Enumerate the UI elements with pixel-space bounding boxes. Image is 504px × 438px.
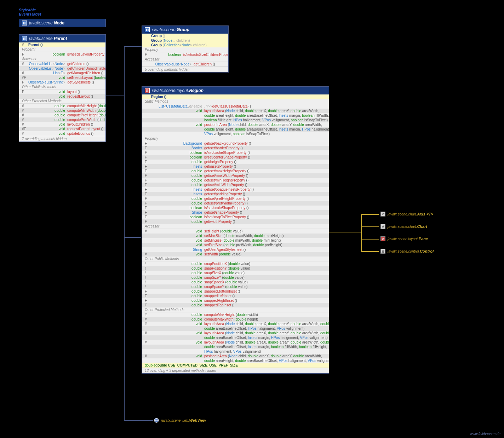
class-icon: ◧ (145, 27, 150, 32)
connector-line (329, 232, 362, 232)
method-row: ObservableList<Node>getChildren () (142, 62, 228, 67)
connector-line (124, 96, 125, 421)
class-body: Region () Static Methods List<CssMetaDat… (142, 94, 329, 373)
class-header: ◧ javafx.scene.Node (19, 19, 105, 27)
method-row: Fdoubleget/set/maxHeightProperty () (142, 169, 329, 173)
connector-line (106, 96, 124, 96)
class-name: Parent (54, 36, 67, 41)
method-row: double areaBaselineOffset, Insets margin… (142, 335, 329, 340)
link-styleable[interactable]: Styleable (19, 8, 36, 12)
method-row: VPos valignment, boolean isSnapToPixel) (142, 132, 329, 136)
ref-control[interactable]: ▦ javafx.scene.control.Control (380, 249, 434, 254)
method-row: double areaBaselineOffset, Insets margin… (142, 345, 329, 349)
method-row: #voidupdateBounds () (19, 131, 105, 136)
method-row: #doublecomputeMaxWidth (double height) (142, 317, 329, 322)
class-header: ◧ javafx.scene.Parent (19, 35, 105, 42)
method-row: Fbooleanis/set/snapToPixelProperty () (142, 215, 329, 219)
method-row: !doublesnapSpaceX (double value) (142, 280, 329, 284)
link-eventtarget[interactable]: EventTarget (19, 12, 41, 16)
method-row: boolean fillHeight, HPos halignment, VPo… (142, 118, 329, 122)
chart-icon: ⊞ (380, 224, 385, 229)
method-row: FdoublesnappedRightInset () (142, 298, 329, 303)
method-row: Fdoubleget/set/minWidthProperty () (142, 183, 329, 187)
class-group: ◧ javafx.scene.Group Group ()Group (Node… (142, 25, 229, 73)
method-row: List<CssMetaDataStyleable, ?>>getClassCs… (142, 104, 329, 109)
ref-webview[interactable]: javafx.scene.web.WebView (154, 418, 206, 423)
connector-line (124, 420, 153, 421)
class-name: Region (189, 88, 204, 93)
method-row: voidrequestLayout () (19, 94, 105, 99)
connector-line (361, 226, 379, 227)
class-name: Group (177, 27, 189, 32)
method-row: !doublesnapSpaceY (double value) (142, 284, 329, 289)
method-row: #voidlayoutInArea (Node child, double ar… (142, 340, 329, 345)
connector-line (124, 46, 125, 96)
method-row: FdoublesnappedBottomInset () (142, 289, 329, 294)
method-row: #doublecomputePrefWidth (double height) (19, 117, 105, 122)
ref-pane[interactable]: ⊞ javafx.scene.layout.Pane (380, 236, 428, 241)
class-parent: ◧ javafx.scene.Parent #Parent () Propert… (19, 34, 106, 142)
method-row: #voidpositionInArea (Node child, double … (142, 354, 329, 358)
class-name: Node (54, 21, 64, 25)
method-row: #doublecomputeMinHeight (double width) (19, 104, 105, 108)
constructor-row: Group (Collection<Node> children) (142, 43, 228, 47)
method-row: FBorderget/set/borderProperty () (142, 146, 329, 150)
class-icon: ⊞ (145, 88, 150, 93)
chart-icon: ⊞ (380, 212, 385, 217)
class-icon: ◧ (22, 21, 27, 25)
method-row: #FvoidrequestParentLayout () (19, 127, 105, 131)
method-row: #voidlayoutChildren () (19, 122, 105, 127)
attribution: www.falkhausen.de (470, 432, 500, 436)
section-accessor: Accessor (142, 224, 329, 229)
method-row: double areaBaselineOffset, HPos halignme… (142, 326, 329, 331)
pkg-label: javafx.scene. (29, 36, 54, 41)
method-row: Fbooleanis/set/autoSizeChildrenProperty … (142, 52, 228, 57)
ref-chart[interactable]: ⊞ javafx.scene.chart.Chart (380, 224, 427, 229)
footer-note: 5 overriding methods hidden (142, 67, 228, 72)
section-property: Property (142, 47, 228, 52)
method-row: FBackgroundget/set/backgroundProperty () (142, 141, 329, 146)
section-public: Other Public Methods (142, 257, 329, 261)
connector-line (361, 214, 362, 251)
method-row: voidsetMinSize (double minWidth, double … (142, 238, 329, 243)
method-row: double areaHeight, double areaBaselineOf… (142, 127, 329, 132)
section-property: Property (142, 136, 329, 141)
method-row: !doublesnapPositionX (double value) (142, 261, 329, 266)
method-row: #doublecomputePrefHeight (double width) (19, 113, 105, 117)
pkg-label: javafx.scene. (29, 21, 54, 25)
section-property: Property (19, 47, 105, 52)
method-row: FInsetsget/set/paddingProperty () (142, 192, 329, 196)
layout-icon: ⊞ (380, 236, 385, 241)
section-accessor: Accessor (142, 57, 228, 62)
ref-axis[interactable]: ⊞ javafx.scene.chart.Axis <T> (380, 212, 433, 217)
method-row: !doublesnapSizeY (double value) (142, 275, 329, 280)
constants-row: double double USE_COMPUTED_SIZE, USE_PRE… (142, 363, 329, 368)
method-row: Fdoubleget/set/maxWidthProperty () (142, 173, 329, 178)
method-row: FObservableList<String>getStylesheets () (19, 80, 105, 85)
method-row: #voidsetHeight (double value) (142, 229, 329, 234)
class-header: ◧ javafx.scene.Group (142, 26, 228, 34)
constructor-row: Region () (142, 94, 329, 99)
method-row: #FvoidsetNeedsLayout (boolean value) (19, 75, 105, 80)
method-row: FdoublesnappedLeftInset () (142, 294, 329, 298)
pkg-label: javafx.scene. (152, 27, 177, 32)
section-protected: Other Protected Methods (142, 307, 329, 312)
method-row: Fdoubleget/set/prefHeightProperty () (142, 196, 329, 201)
footer-note: 7 overriding methods hidden (19, 136, 105, 142)
method-row: Fbooleanis/needsLayoutProperty () (19, 52, 105, 57)
section-protected: Other Protected Methods (19, 99, 105, 104)
method-row: StringgetUserAgentStylesheet () (142, 247, 329, 252)
method-row: ObservableList<Node>getChildrenUnmodifia… (19, 66, 105, 71)
method-row: double areaHeight, double areaBaselineOf… (142, 358, 329, 363)
method-row: FInsetsget/insetsProperty () (142, 164, 329, 169)
class-body: #Parent () Property Fbooleanis/needsLayo… (19, 42, 105, 142)
connector-line (361, 239, 379, 240)
method-row: FShapeget/set/shapeProperty () (142, 210, 329, 215)
section-accessor: Accessor (19, 57, 105, 62)
connector-line (361, 214, 379, 215)
class-body: Group ()Group (Node... children)Group (C… (142, 34, 228, 72)
method-row: FInsetsget/set/opaqueInsetsProperty () (142, 187, 329, 192)
method-row: voidsetPrefSize (double prefWidth, doubl… (142, 243, 329, 247)
class-icon: ◧ (22, 36, 27, 41)
method-row: #ObservableList<Node>getChildren () (19, 62, 105, 66)
